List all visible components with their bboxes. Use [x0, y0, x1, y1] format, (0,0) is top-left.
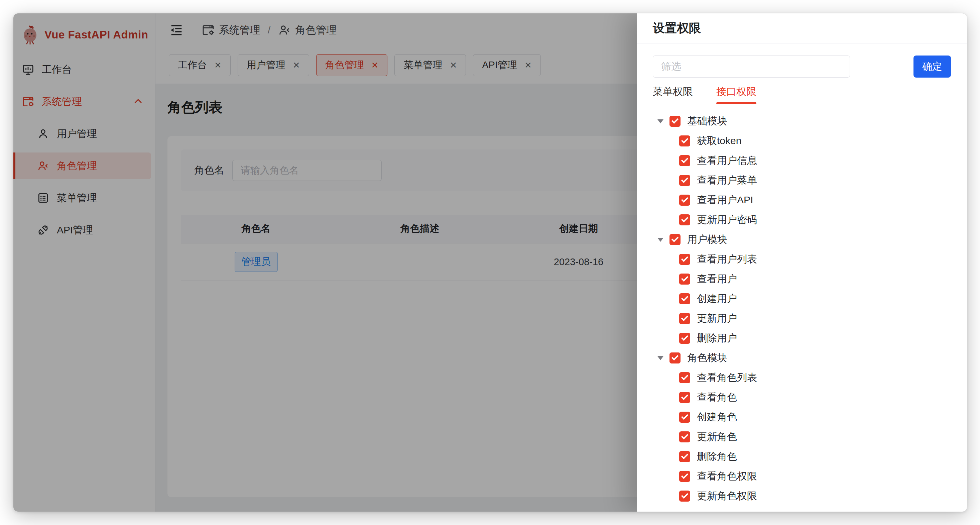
tree-node-leaf[interactable]: 更新角色权限: [653, 486, 951, 506]
tree-node-leaf[interactable]: 创建用户: [653, 289, 951, 309]
app-window: Vue FastAPI Admin 工作台: [13, 13, 967, 512]
checkbox-checked-icon[interactable]: [670, 234, 681, 245]
tree-node-leaf[interactable]: 查看用户信息: [653, 151, 951, 171]
tree-node-label: 更新用户: [697, 312, 737, 326]
checkbox-checked-icon[interactable]: [670, 353, 681, 364]
tree-node-label: 查看角色: [697, 391, 737, 404]
tree-node-label: 删除用户: [697, 331, 737, 345]
tree-node-label: 创建角色: [697, 410, 737, 424]
checkbox-checked-icon[interactable]: [679, 155, 690, 166]
tree-node-label: 查看用户信息: [697, 154, 757, 168]
checkbox-checked-icon[interactable]: [679, 214, 690, 225]
tab-api-permissions[interactable]: 接口权限: [716, 85, 756, 103]
tab-menu-permissions[interactable]: 菜单权限: [653, 85, 693, 103]
checkbox-checked-icon[interactable]: [679, 313, 690, 324]
tree-node-leaf[interactable]: 查看角色列表: [653, 368, 951, 388]
tree-node-module[interactable]: 角色模块: [653, 348, 951, 368]
checkbox-checked-icon[interactable]: [679, 195, 690, 206]
tree-node-leaf[interactable]: 更新角色: [653, 427, 951, 447]
checkbox-checked-icon[interactable]: [679, 333, 690, 344]
tree-expand-icon[interactable]: [657, 356, 663, 360]
tree-node-label: 删除角色: [697, 450, 737, 463]
tree-node-leaf[interactable]: 创建角色: [653, 407, 951, 427]
tree-node-label: 查看用户列表: [697, 252, 757, 266]
checkbox-checked-icon[interactable]: [679, 471, 690, 482]
tree-node-leaf[interactable]: 删除用户: [653, 329, 951, 348]
checkbox-checked-icon[interactable]: [679, 175, 690, 186]
checkbox-checked-icon[interactable]: [679, 293, 690, 304]
filter-row: 确定: [653, 56, 951, 78]
tree-node-leaf[interactable]: 查看用户菜单: [653, 171, 951, 190]
tree-node-module[interactable]: 用户模块: [653, 230, 951, 249]
tree-node-label: 用户模块: [687, 233, 727, 246]
tree-node-label: 查看用户: [697, 272, 737, 286]
confirm-button[interactable]: 确定: [913, 56, 951, 78]
tree-node-label: 获取token: [697, 134, 741, 148]
tree-node-label: 更新角色权限: [697, 489, 757, 503]
checkbox-checked-icon[interactable]: [679, 372, 690, 383]
tree-node-leaf[interactable]: 查看用户列表: [653, 249, 951, 269]
tree-expand-icon[interactable]: [657, 120, 663, 123]
checkbox-checked-icon[interactable]: [679, 412, 690, 423]
drawer-body: 确定 菜单权限 接口权限 基础模块 获取token: [637, 43, 967, 512]
tree-node-label: 基础模块: [687, 114, 727, 128]
tree-node-leaf[interactable]: 更新用户密码: [653, 210, 951, 230]
drawer-title: 设置权限: [653, 20, 701, 37]
tree-node-label: 查看用户菜单: [697, 174, 757, 187]
permissions-drawer: 设置权限 确定 菜单权限 接口权限 基础模块: [637, 13, 967, 512]
tree-node-label: 更新角色: [697, 430, 737, 444]
checkbox-checked-icon[interactable]: [679, 392, 690, 403]
checkbox-checked-icon[interactable]: [679, 254, 690, 265]
tree-node-leaf[interactable]: 删除角色: [653, 447, 951, 466]
tree-node-leaf[interactable]: 查看角色: [653, 388, 951, 407]
tree-node-leaf[interactable]: 获取token: [653, 131, 951, 151]
tree-node-label: 创建用户: [697, 292, 737, 306]
tree-node-leaf[interactable]: 更新用户: [653, 309, 951, 329]
tree-node-label: 查看角色权限: [697, 469, 757, 483]
tree-node-label: 查看用户API: [697, 193, 753, 207]
checkbox-checked-icon[interactable]: [670, 116, 681, 127]
tree-node-label: 更新用户密码: [697, 213, 757, 227]
tree-node-leaf[interactable]: 查看用户API: [653, 190, 951, 210]
tree-node-label: 查看角色列表: [697, 371, 757, 385]
checkbox-checked-icon[interactable]: [679, 431, 690, 442]
tree-expand-icon[interactable]: [657, 238, 663, 242]
checkbox-checked-icon[interactable]: [679, 273, 690, 284]
drawer-header: 设置权限: [637, 13, 967, 43]
page: Vue FastAPI Admin 工作台: [0, 0, 980, 525]
drawer-tabs: 菜单权限 接口权限: [653, 85, 951, 103]
tree-node-label: 角色模块: [687, 351, 727, 365]
checkbox-checked-icon[interactable]: [679, 136, 690, 147]
tree-node-module[interactable]: 基础模块: [653, 111, 951, 131]
tree-node-leaf[interactable]: 查看用户: [653, 269, 951, 289]
checkbox-checked-icon[interactable]: [679, 491, 690, 502]
checkbox-checked-icon[interactable]: [679, 451, 690, 462]
tree-node-leaf[interactable]: 查看角色权限: [653, 466, 951, 486]
permissions-tree: 基础模块 获取token 查看用户信息 查看用户菜单: [653, 111, 951, 506]
filter-input[interactable]: [653, 56, 850, 78]
